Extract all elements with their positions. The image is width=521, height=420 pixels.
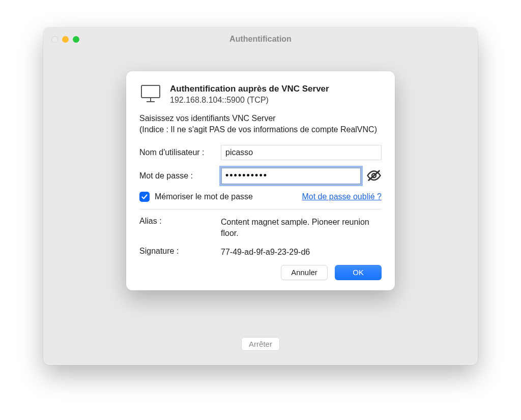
- toggle-password-visibility-button[interactable]: [366, 170, 382, 182]
- check-icon: [141, 193, 148, 200]
- password-label: Mot de passe :: [139, 171, 221, 181]
- monitor-icon: [139, 83, 162, 106]
- eye-slash-icon: [366, 170, 382, 182]
- alias-row: Alias : Content magnet sample. Pioneer r…: [139, 217, 382, 239]
- zoom-window-button[interactable]: [73, 36, 79, 43]
- minimize-window-button[interactable]: [62, 36, 69, 43]
- titlebar: Authentification: [43, 27, 478, 51]
- stop-button[interactable]: Arrêter: [241, 337, 280, 351]
- instructions-text: Saisissez vos identifiants VNC Server (I…: [139, 113, 382, 136]
- remember-row: Mémoriser le mot de passe Mot de passe o…: [139, 192, 382, 202]
- dialog-subtitle: 192.168.8.104::5900 (TCP): [170, 96, 382, 105]
- dialog-title: Authentification auprès de VNC Server: [170, 83, 382, 95]
- dialog-header: Authentification auprès de VNC Server 19…: [139, 83, 382, 106]
- divider: [139, 209, 382, 209]
- window-title: Authentification: [43, 35, 478, 44]
- username-row: Nom d'utilisateur :: [139, 145, 382, 160]
- forgot-password-link[interactable]: Mot de passe oublié ?: [302, 192, 382, 201]
- signature-label: Signature :: [139, 247, 221, 258]
- ok-button[interactable]: OK: [335, 265, 382, 280]
- signature-row: Signature : 77-49-ad-9f-a9-23-29-d6: [139, 247, 382, 258]
- password-row: Mot de passe :: [139, 167, 382, 185]
- dialog-buttons: Annuler OK: [139, 265, 382, 280]
- alias-value: Content magnet sample. Pioneer reunion f…: [221, 217, 382, 239]
- username-input[interactable]: [221, 145, 382, 160]
- traffic-lights: [51, 36, 79, 43]
- password-input[interactable]: [221, 167, 361, 185]
- alias-label: Alias :: [139, 217, 221, 239]
- remember-password-label: Mémoriser le mot de passe: [155, 192, 253, 201]
- username-label: Nom d'utilisateur :: [139, 148, 221, 157]
- remember-password-checkbox[interactable]: [139, 192, 150, 202]
- svg-rect-0: [141, 85, 160, 98]
- cancel-button[interactable]: Annuler: [281, 265, 328, 280]
- auth-dialog: Authentification auprès de VNC Server 19…: [126, 71, 395, 290]
- signature-value: 77-49-ad-9f-a9-23-29-d6: [221, 247, 382, 258]
- close-window-button[interactable]: [51, 36, 58, 43]
